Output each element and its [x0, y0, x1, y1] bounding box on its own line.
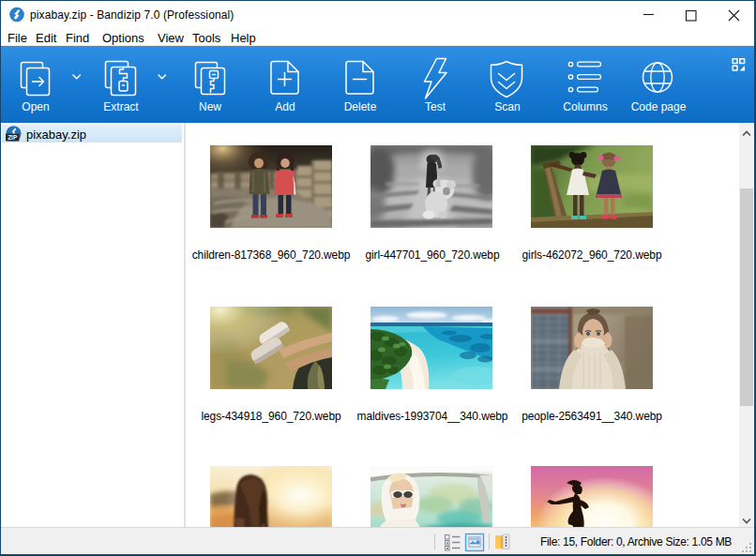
- svg-text:ZIP: ZIP: [8, 134, 18, 141]
